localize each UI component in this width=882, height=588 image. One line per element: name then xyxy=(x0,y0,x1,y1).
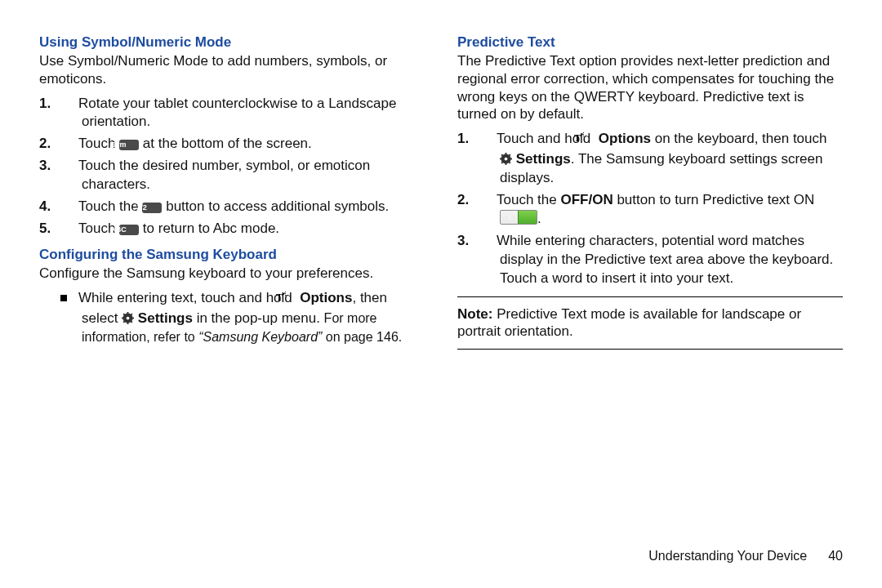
sym-key-icon: Sym xyxy=(119,140,139,150)
bullet-text-a: While entering text, touch and hold xyxy=(78,290,296,305)
manual-page: Using Symbol/Numeric Mode Use Symbol/Num… xyxy=(0,0,882,588)
svg-point-19 xyxy=(505,158,508,161)
step-text-b: button to turn Predictive text ON xyxy=(613,192,815,207)
step-text-a: Touch the xyxy=(78,198,142,214)
step-number: 3. xyxy=(479,232,497,251)
step-text-b: at the bottom of the screen. xyxy=(139,136,312,151)
steps-symbol-mode: 1.Rotate your tablet counterclockwise to… xyxy=(60,95,425,239)
svg-point-3 xyxy=(284,295,285,296)
step-number: 2. xyxy=(479,191,497,210)
step-5: 5.Touch ABC to return to Abc mode. xyxy=(60,220,425,238)
heading-symbol-mode: Using Symbol/Numeric Mode xyxy=(39,34,425,51)
intro-symbol-mode: Use Symbol/Numeric Mode to add numbers, … xyxy=(39,52,425,88)
svg-rect-6 xyxy=(127,312,129,314)
step-2: 2.Touch the OFF/ON button to turn Predic… xyxy=(479,191,843,229)
step-3: 3.While entering characters, potential w… xyxy=(479,232,843,288)
step-number: 3. xyxy=(60,157,78,176)
bullet-configuring: While entering text, touch and hold T Op… xyxy=(60,289,425,347)
bullet-square-icon xyxy=(60,295,67,301)
step-4: 4.Touch the 1/2 button to access additio… xyxy=(60,198,425,216)
intro-configuring: Configure the Samsung keyboard to your p… xyxy=(39,265,425,283)
step-text-b: button to access additional symbols. xyxy=(162,198,389,214)
step-number: 2. xyxy=(60,135,78,154)
right-column: Predictive Text The Predictive Text opti… xyxy=(457,28,843,544)
svg-point-5 xyxy=(127,316,130,319)
offon-label: OFF/ON xyxy=(560,192,612,207)
more-info-b: on page 146. xyxy=(322,330,402,344)
step-text-b: on the keyboard, then touch xyxy=(651,131,827,146)
note-text: Predictive Text mode is available for la… xyxy=(457,306,801,340)
steps-predictive: 1.Touch and hold T Options on the keyboa… xyxy=(479,130,843,288)
gear-icon xyxy=(500,153,512,165)
svg-text:T: T xyxy=(574,132,581,144)
abc-key-icon: ABC xyxy=(119,225,139,235)
svg-text:T: T xyxy=(276,292,283,303)
intro-predictive: The Predictive Text option provides next… xyxy=(457,52,843,123)
page-number: 40 xyxy=(828,549,843,564)
options-label: Options xyxy=(296,290,353,305)
two-column-layout: Using Symbol/Numeric Mode Use Symbol/Num… xyxy=(39,28,843,544)
svg-rect-7 xyxy=(127,322,129,324)
bullet-item: While entering text, touch and hold T Op… xyxy=(60,289,425,347)
step-1: 1.Rotate your tablet counterclockwise to… xyxy=(60,95,425,132)
note-paragraph: Note: Predictive Text mode is available … xyxy=(457,305,843,341)
svg-point-1 xyxy=(284,292,285,292)
heading-configuring: Configuring the Samsung Keyboard xyxy=(39,247,425,263)
svg-point-16 xyxy=(583,134,584,135)
step-text-a: Touch the xyxy=(497,192,560,207)
step-text-c: . xyxy=(537,211,541,226)
footer-section: Understanding Your Device xyxy=(648,549,807,564)
svg-point-2 xyxy=(284,293,285,294)
svg-point-15 xyxy=(583,132,584,133)
note-label: Note: xyxy=(457,306,492,322)
svg-rect-8 xyxy=(122,317,124,318)
step-text: While entering characters, potential wor… xyxy=(497,233,833,286)
heading-predictive: Predictive Text xyxy=(457,34,843,51)
toggle-on-icon xyxy=(500,210,537,225)
left-column: Using Symbol/Numeric Mode Use Symbol/Num… xyxy=(39,28,425,544)
one-two-key-icon: 1/2 xyxy=(142,203,162,213)
step-number: 1. xyxy=(60,95,78,114)
divider xyxy=(457,296,843,297)
step-number: 4. xyxy=(60,198,78,216)
svg-rect-20 xyxy=(506,153,507,155)
step-number: 5. xyxy=(60,220,78,238)
reference-link: “Samsung Keyboard” xyxy=(198,330,322,344)
svg-rect-21 xyxy=(506,163,507,165)
step-1: 1.Touch and hold T Options on the keyboa… xyxy=(479,130,843,188)
settings-label: Settings xyxy=(512,151,571,167)
options-label: Options xyxy=(595,131,651,146)
page-footer: Understanding Your Device 40 xyxy=(39,549,843,564)
divider xyxy=(457,349,843,350)
step-text: Touch the desired number, symbol, or emo… xyxy=(78,158,370,192)
settings-label: Settings xyxy=(134,310,193,326)
step-text-b: to return to Abc mode. xyxy=(139,220,279,236)
svg-point-17 xyxy=(583,136,584,136)
step-2: 2.Touch Sym at the bottom of the screen. xyxy=(60,135,425,154)
svg-rect-22 xyxy=(500,158,502,160)
bullet-text-c: in the pop-up menu. xyxy=(193,310,324,326)
step-text: Rotate your tablet counterclockwise to a… xyxy=(78,96,396,130)
step-3: 3.Touch the desired number, symbol, or e… xyxy=(60,157,425,194)
gear-icon xyxy=(122,312,134,324)
step-number: 1. xyxy=(479,130,497,149)
